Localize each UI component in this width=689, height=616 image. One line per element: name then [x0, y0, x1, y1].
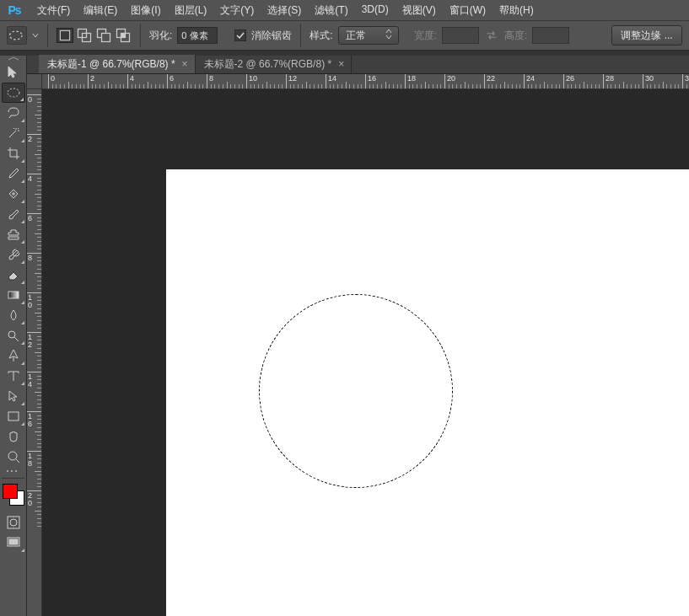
screenmode-icon[interactable] — [2, 533, 25, 553]
menu-item[interactable]: 图层(L) — [168, 1, 214, 20]
options-bar: 羽化: 0 像素 消除锯齿 样式: 正常 宽度: 高度: 调整边缘 ... — [0, 20, 689, 51]
color-swatches[interactable] — [1, 482, 26, 509]
crop-tool[interactable] — [2, 143, 25, 163]
width-label: 宽度: — [414, 29, 437, 43]
dodge-tool[interactable] — [2, 325, 25, 345]
height-input — [532, 27, 569, 44]
canvas[interactable] — [166, 169, 689, 616]
document-tab-label: 未标题-2 @ 66.7%(RGB/8) * — [204, 57, 332, 72]
foreground-swatch[interactable] — [3, 484, 18, 499]
menu-item[interactable]: 选择(S) — [261, 1, 308, 20]
close-icon[interactable]: × — [336, 58, 346, 70]
toolbox-more[interactable] — [0, 467, 24, 475]
brush-tool[interactable] — [2, 204, 25, 224]
antialias-checkbox[interactable] — [234, 29, 246, 41]
menu-item[interactable]: 文件(F) — [30, 1, 77, 20]
document-tab-label: 未标题-1 @ 66.7%(RGB/8) * — [47, 57, 175, 72]
svg-point-15 — [11, 470, 13, 472]
heal-tool[interactable] — [2, 184, 25, 204]
tool-preset-icon[interactable] — [7, 26, 27, 45]
document-tab[interactable]: 未标题-2 @ 66.7%(RGB/8) *× — [196, 55, 353, 73]
blur-tool[interactable] — [2, 305, 25, 325]
eraser-tool[interactable] — [2, 265, 25, 285]
menu-item[interactable]: 图像(I) — [124, 1, 167, 20]
svg-point-14 — [7, 470, 8, 472]
svg-rect-8 — [121, 34, 126, 38]
svg-rect-20 — [9, 539, 18, 544]
eyedropper-tool[interactable] — [2, 163, 25, 184]
refine-edge-button[interactable]: 调整边缘 ... — [611, 25, 682, 46]
quickmask-icon[interactable] — [2, 512, 25, 533]
style-select[interactable]: 正常 — [338, 26, 399, 45]
marquee-ellipse-tool[interactable] — [2, 83, 25, 103]
menu-item[interactable]: 滤镜(T) — [308, 1, 354, 20]
width-input — [442, 27, 479, 44]
svg-rect-10 — [8, 292, 19, 298]
svg-rect-12 — [8, 412, 19, 420]
wand-tool[interactable] — [2, 123, 25, 143]
menu-item[interactable]: 编辑(E) — [77, 1, 124, 20]
selection-add-icon[interactable] — [76, 28, 93, 43]
menu-bar: Ps 文件(F)编辑(E)图像(I)图层(L)文字(Y)选择(S)滤镜(T)3D… — [0, 0, 689, 20]
ruler-horizontal[interactable]: 02468101214161820222426283032 — [42, 74, 689, 89]
svg-point-9 — [8, 88, 19, 97]
selection-mode-group — [57, 28, 132, 43]
zoom-tool[interactable] — [2, 447, 25, 467]
toolbox — [0, 56, 27, 616]
stamp-tool[interactable] — [2, 224, 25, 244]
gradient-tool[interactable] — [2, 285, 25, 305]
path-select-tool[interactable] — [2, 386, 25, 406]
feather-label: 羽化: — [149, 29, 172, 43]
svg-rect-5 — [102, 34, 110, 42]
svg-point-18 — [10, 519, 17, 526]
selection-subtract-icon[interactable] — [95, 28, 112, 43]
svg-rect-17 — [8, 517, 19, 528]
app-logo: Ps — [3, 2, 25, 19]
preset-dropdown-icon[interactable] — [32, 29, 39, 41]
menu-item[interactable]: 3D(D) — [355, 1, 396, 20]
hand-tool[interactable] — [2, 426, 25, 447]
antialias-label: 消除锯齿 — [251, 29, 292, 43]
close-icon[interactable]: × — [180, 58, 190, 70]
menu-item[interactable]: 视图(V) — [396, 1, 443, 20]
toolbox-grip[interactable] — [0, 56, 26, 62]
menu-item[interactable]: 文字(Y) — [213, 1, 261, 20]
ruler-vertical[interactable]: 02468101214161820 — [27, 89, 42, 616]
ruler-origin[interactable] — [27, 74, 42, 89]
style-label: 样式: — [310, 29, 332, 43]
document-tab-bar: 未标题-1 @ 66.7%(RGB/8) *×未标题-2 @ 66.7%(RGB… — [27, 56, 689, 74]
canvas-viewport[interactable] — [42, 89, 689, 616]
move-tool[interactable] — [2, 62, 25, 83]
lasso-tool[interactable] — [2, 103, 25, 123]
menu-item[interactable]: 帮助(H) — [493, 1, 541, 20]
height-label: 高度: — [504, 29, 527, 43]
svg-point-11 — [8, 331, 15, 338]
svg-point-0 — [9, 31, 22, 40]
elliptical-selection-marquee — [259, 294, 453, 488]
rectangle-tool[interactable] — [2, 406, 25, 426]
svg-point-16 — [15, 470, 17, 472]
work-area: 02468101214161820222426283032 0246810121… — [27, 74, 689, 616]
type-tool[interactable] — [2, 366, 25, 386]
document-tab[interactable]: 未标题-1 @ 66.7%(RGB/8) *× — [39, 55, 196, 73]
svg-point-13 — [8, 452, 17, 460]
menu-item[interactable]: 窗口(W) — [443, 1, 493, 20]
style-value: 正常 — [346, 29, 366, 43]
swap-wh-icon[interactable] — [484, 28, 499, 43]
history-brush-tool[interactable] — [2, 244, 25, 265]
selection-intersect-icon[interactable] — [115, 28, 132, 43]
selection-new-icon[interactable] — [57, 28, 73, 43]
pen-tool[interactable] — [2, 345, 25, 366]
feather-input[interactable]: 0 像素 — [177, 27, 218, 44]
svg-rect-1 — [60, 30, 69, 40]
